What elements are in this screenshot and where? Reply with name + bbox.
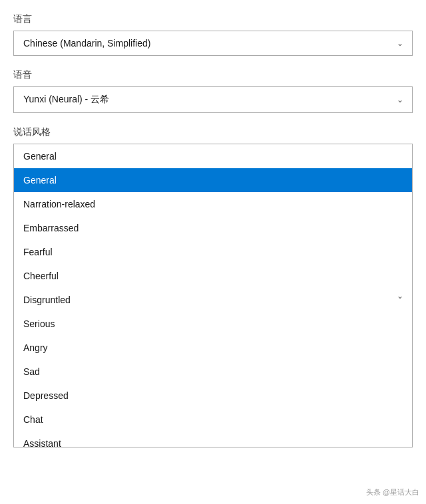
style-option-narration-relaxed[interactable]: Narration-relaxed [14,192,412,216]
voice-label: 语音 [13,69,413,81]
style-option-assistant[interactable]: Assistant [14,432,412,447]
style-dropdown-list: GeneralNarration-relaxedEmbarrassedFearf… [13,168,413,447]
style-option-disgruntled[interactable]: Disgruntled [14,288,412,312]
language-select[interactable]: Chinese (Mandarin, Simplified) [13,31,413,56]
style-label: 说话风格 [13,126,413,138]
voice-select[interactable]: Yunxi (Neural) - 云希 [13,86,413,113]
style-option-embarrassed[interactable]: Embarrassed [14,216,412,240]
watermark: 头条 @星话大白 [366,487,419,497]
language-select-wrapper: Chinese (Mandarin, Simplified) ⌄ [13,31,413,56]
style-option-angry[interactable]: Angry [14,336,412,360]
style-option-chat[interactable]: Chat [14,408,412,432]
style-section: 说话风格 General ⌄ GeneralNarration-relaxedE… [13,126,413,447]
style-select-wrapper: General ⌄ GeneralNarration-relaxedEmbarr… [13,144,413,447]
style-select[interactable]: General [13,144,413,168]
style-option-sad[interactable]: Sad [14,360,412,384]
style-option-fearful[interactable]: Fearful [14,240,412,264]
style-option-general[interactable]: General [14,168,412,192]
voice-select-wrapper: Yunxi (Neural) - 云希 ⌄ [13,86,413,113]
style-option-cheerful[interactable]: Cheerful [14,264,412,288]
language-label: 语言 [13,13,413,25]
style-option-depressed[interactable]: Depressed [14,384,412,408]
style-option-serious[interactable]: Serious [14,312,412,336]
